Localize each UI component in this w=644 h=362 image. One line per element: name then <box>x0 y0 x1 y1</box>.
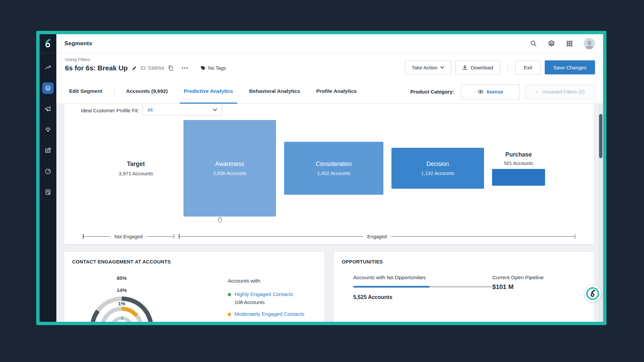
app-grid-icon[interactable] <box>566 40 574 48</box>
take-action-label: Take Action <box>412 65 438 70</box>
funnel-stage-decision[interactable]: Decision 1,132 Accounts <box>391 148 484 189</box>
sidebar-item-performance gauge-icon[interactable] <box>42 166 54 177</box>
sidebar-item-segments layers-icon[interactable] <box>42 82 54 94</box>
green-dot-icon <box>228 293 231 296</box>
exit-button[interactable]: Exit <box>515 60 541 74</box>
moderately-engaged-link[interactable]: Moderately Engaged Contacts <box>234 311 305 317</box>
highly-engaged-count: 108 Accounts <box>234 299 293 305</box>
copy-icon[interactable] <box>168 65 174 71</box>
content-area: Ideal Customer Profile Fit: All Target 3… <box>56 104 603 322</box>
download-icon <box>462 65 468 70</box>
engagement-axis: Not Engaged Engaged <box>83 233 575 240</box>
tag-icon <box>200 66 206 71</box>
no-opportunities-count: 5,525 Accounts <box>353 294 492 300</box>
card-title: OPPORTUNITIES <box>334 252 594 264</box>
6sense-logo[interactable] <box>40 34 56 53</box>
unsaved-filters-label: Unsaved Filters (0) <box>542 89 585 95</box>
search-icon[interactable] <box>529 40 537 48</box>
highly-engaged-link[interactable]: Highly Engaged Contacts <box>234 291 293 297</box>
stage-count: 3,971 Accounts <box>119 171 153 176</box>
stage-count: 501 Accounts <box>504 161 533 166</box>
axis-label: Engaged <box>363 234 391 239</box>
save-changes-label: Save Changes <box>553 65 586 70</box>
tab-behavioral-analytics[interactable]: Behavioral Analytics <box>245 80 304 104</box>
predictive-funnel-card: Ideal Customer Profile Fit: All Target 3… <box>64 104 594 244</box>
product-category-value: 6sense <box>487 89 503 95</box>
contact-engagement-card: CONTACT ENGAGEMENT AT ACCOUNTS 85% 14% 1… <box>64 251 325 322</box>
axis-not-engaged: Not Engaged <box>83 233 174 240</box>
engagement-gauge-chart: 85% 14% 1% <box>85 275 159 322</box>
chevron-down-icon <box>440 66 444 69</box>
download-label: Download <box>471 65 493 70</box>
pipeline-value: $101 M <box>492 283 544 291</box>
sidebar <box>40 34 56 322</box>
chevron-down-icon <box>213 109 217 111</box>
tab-edit-segment[interactable]: Edit Segment <box>65 80 106 104</box>
funnel-stage-consideration[interactable]: Consideration 1,452 Accounts <box>284 142 383 195</box>
funnel-stage-target: Target 3,971 Accounts <box>96 161 175 176</box>
more-actions-button[interactable]: ••• <box>182 65 189 71</box>
tags-control[interactable]: No Tags <box>200 65 226 71</box>
chevron-right-icon: › <box>536 89 537 95</box>
legend-item-highly-engaged: Highly Engaged Contacts 108 Accounts <box>228 291 305 305</box>
segment-title: 6s for 6s: Break Up <box>65 64 128 72</box>
icp-fit-select[interactable]: All <box>142 104 222 115</box>
no-opportunities-label: Accounts with No Opportunities <box>353 275 492 281</box>
save-changes-button[interactable]: Save Changes <box>545 60 595 74</box>
stage-count: 1,452 Accounts <box>317 171 350 176</box>
stage-count: 1,132 Accounts <box>421 171 454 176</box>
legend-item-moderately-engaged: Moderately Engaged Contacts <box>228 311 305 317</box>
orange-dot-icon <box>228 313 231 316</box>
divider <box>114 86 115 98</box>
tab-predictive-analytics[interactable]: Predictive Analytics <box>180 80 237 104</box>
icp-fit-label: Ideal Customer Profile Fit: <box>81 108 139 113</box>
sidebar-item-contacts contact-card-icon[interactable] <box>42 145 54 156</box>
page-title: Segments <box>64 40 92 47</box>
tab-profile-analytics[interactable]: Profile Analytics <box>312 80 361 104</box>
axis-engaged: Engaged <box>179 233 575 240</box>
funnel-stage-awareness[interactable]: Awareness 2,636 Accounts <box>183 120 276 217</box>
stage-name: Decision <box>426 161 449 168</box>
app-window: Segments <box>36 31 606 325</box>
exit-label: Exit <box>524 65 532 70</box>
top-bar: Segments <box>56 34 603 53</box>
segment-header: Using Filters 6s for 6s: Break Up ID: 53… <box>56 53 603 80</box>
divider <box>507 62 508 73</box>
tab-accounts[interactable]: Accounts (9,692) <box>122 80 172 104</box>
accounts-with-label: Accounts with: <box>228 278 305 284</box>
eye-icon <box>478 89 484 94</box>
6sense-badge[interactable] <box>584 285 601 302</box>
product-category-select[interactable]: 6sense <box>461 84 520 99</box>
sidebar-item-campaigns megaphone-icon[interactable] <box>42 103 54 115</box>
user-avatar[interactable] <box>584 38 595 49</box>
sidebar-item-reports document-check-icon[interactable] <box>42 186 54 198</box>
stage-name: Purchase <box>505 151 532 158</box>
no-tags-label: No Tags <box>208 65 226 71</box>
opportunities-card: OPPORTUNITIES Accounts with No Opportuni… <box>333 251 594 322</box>
card-title: CONTACT ENGAGEMENT AT ACCOUNTS <box>64 252 324 264</box>
stage-name: Target <box>127 161 145 168</box>
scrollbar-thumb[interactable] <box>599 114 602 158</box>
no-opportunities-progress-bar <box>353 286 492 288</box>
product-category-label: Product Category: <box>410 89 454 95</box>
tab-bar: Edit Segment Accounts (9,692) Predictive… <box>56 80 603 104</box>
pipeline-label: Current Open Pipeline <box>492 275 544 281</box>
sidebar-item-insights lightbulb-icon[interactable] <box>42 124 54 135</box>
unsaved-filters-button[interactable]: › Unsaved Filters (0) <box>525 84 595 99</box>
gauge-value-high: 85% <box>85 275 159 281</box>
axis-label: Not Engaged <box>110 234 147 239</box>
funnel-chart: Target 3,971 Accounts Awareness 2,636 Ac… <box>96 118 594 219</box>
sidebar-item-analytics trending-up-icon[interactable] <box>42 62 54 73</box>
icp-fit-value: All <box>147 107 153 113</box>
funnel-stage-purchase[interactable]: Purchase 501 Accounts <box>492 151 545 186</box>
stage-name: Awareness <box>215 161 244 168</box>
using-filters-label: Using Filters <box>65 57 226 62</box>
download-button[interactable]: Download <box>455 60 500 74</box>
segment-id: ID: 538054 <box>141 65 164 71</box>
stage-count: 2,636 Accounts <box>213 171 246 176</box>
gear-icon[interactable] <box>547 40 555 48</box>
stage-name: Consideration <box>316 161 352 168</box>
progress-fill <box>353 286 430 288</box>
edit-pencil-icon[interactable] <box>132 65 137 71</box>
take-action-button[interactable]: Take Action <box>405 60 451 74</box>
